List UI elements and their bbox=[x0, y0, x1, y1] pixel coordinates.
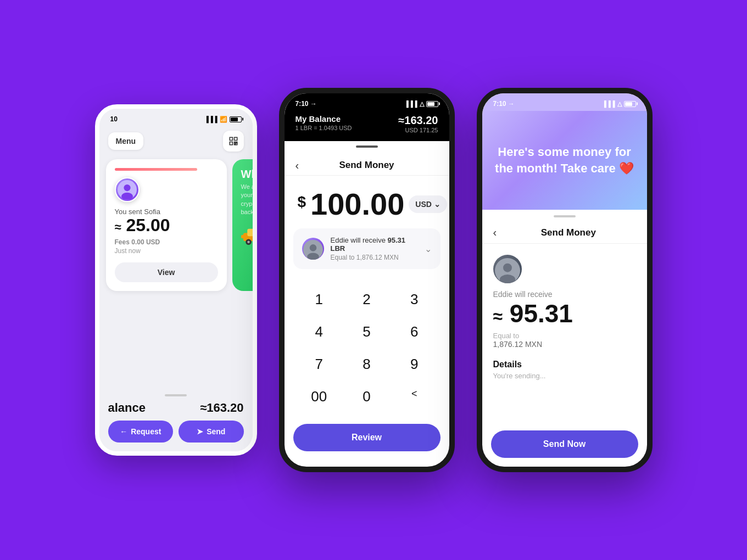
send-money-title-right: Send Money bbox=[501, 227, 635, 238]
key-backspace[interactable]: < bbox=[391, 380, 438, 413]
signal-icon: ▐▐▐ bbox=[204, 116, 217, 122]
amount-number: 100.00 bbox=[310, 189, 404, 220]
amount-display: $ 100.00 USD ⌄ bbox=[285, 176, 449, 228]
left-bottom: alance ≈163.20 ← Request ➤ Send bbox=[99, 384, 253, 451]
qr-button[interactable] bbox=[223, 131, 244, 152]
send-button[interactable]: ➤ Send bbox=[179, 421, 244, 443]
recipient-main: Eddie will receive 95.31 LBR bbox=[331, 236, 418, 253]
key-6[interactable]: 6 bbox=[391, 316, 438, 348]
fee-text: Fees 0.00 USD bbox=[115, 238, 218, 246]
review-button[interactable]: Review bbox=[293, 424, 441, 451]
left-cards: You sent Sofia ≈ 25.00 Fees 0.00 USD Jus… bbox=[99, 154, 253, 296]
key-2[interactable]: 2 bbox=[343, 283, 391, 316]
recipient-sub: Equal to 1,876.12 MXN bbox=[331, 254, 418, 261]
svg-rect-2 bbox=[230, 142, 232, 145]
status-bar-left: 10 ▐▐▐ 📶 bbox=[99, 109, 253, 126]
request-arrow-icon: ← bbox=[120, 427, 127, 436]
phone-right: 7:10 → ▐▐▐ △ Here's some money for the m… bbox=[477, 88, 653, 472]
balance-value-group: ≈163.20 USD 171.25 bbox=[398, 114, 438, 133]
battery-icon-c bbox=[426, 101, 438, 107]
balance-amount: ≈163.20 bbox=[200, 401, 243, 415]
wifi-icon-c: △ bbox=[420, 100, 424, 108]
svg-rect-6 bbox=[235, 143, 237, 145]
wifi-icon-r: △ bbox=[617, 100, 622, 108]
balance-usd: USD 171.25 bbox=[398, 127, 438, 133]
recipient-avatar bbox=[302, 238, 324, 260]
center-header: My Balance 1 LBR = 1.0493 USD ≈163.20 US… bbox=[285, 112, 449, 141]
details-sub: You're sending... bbox=[493, 372, 636, 380]
key-4[interactable]: 4 bbox=[296, 316, 343, 348]
right-content: Eddie will receive ≈ 95.31 Equal to 1,87… bbox=[482, 244, 647, 389]
phone-center: 7:10 → ▐▐▐ △ My Balance 1 LBR = 1.0493 U… bbox=[279, 88, 455, 472]
send-money-nav: ‹ Send Money bbox=[285, 154, 449, 176]
promo-text: We ayourcrypback bbox=[241, 183, 253, 217]
key-8[interactable]: 8 bbox=[343, 348, 391, 380]
receive-amount: ≈ 95.31 bbox=[493, 301, 636, 326]
balance-label: alance bbox=[108, 401, 146, 415]
balance-info: My Balance 1 LBR = 1.0493 USD bbox=[296, 114, 352, 131]
drag-indicator-center bbox=[356, 145, 378, 148]
recipient-info: Eddie will receive 95.31 LBR Equal to 1,… bbox=[331, 236, 418, 261]
wifi-icon: 📶 bbox=[220, 116, 227, 123]
request-button[interactable]: ← Request bbox=[108, 421, 174, 443]
promo-card: Wh We ayourcrypback bbox=[232, 159, 253, 291]
dollar-sign: $ bbox=[298, 193, 306, 211]
transaction-card: You sent Sofia ≈ 25.00 Fees 0.00 USD Jus… bbox=[106, 159, 227, 291]
tilde-icon: ≈ bbox=[115, 220, 121, 234]
header-content: My Balance 1 LBR = 1.0493 USD ≈163.20 US… bbox=[296, 112, 438, 133]
action-buttons: ← Request ➤ Send bbox=[108, 421, 244, 443]
note-header: Here's some money for the month! Take ca… bbox=[482, 111, 647, 210]
details-title: Details bbox=[493, 360, 636, 369]
chevron-down-icon-recipient: ⌄ bbox=[425, 244, 432, 254]
time-text: Just now bbox=[115, 247, 218, 255]
exchange-rate: 1 LBR = 1.0493 USD bbox=[296, 125, 352, 131]
time-left: 10 bbox=[110, 115, 118, 123]
numpad: 1 2 3 4 5 6 7 8 9 00 0 < bbox=[285, 278, 449, 418]
back-button-center[interactable]: ‹ bbox=[296, 159, 299, 172]
status-icons-right: ▐▐▐ △ bbox=[602, 100, 635, 108]
key-1[interactable]: 1 bbox=[296, 283, 343, 316]
svg-rect-16 bbox=[241, 235, 246, 238]
recipient-card[interactable]: Eddie will receive 95.31 LBR Equal to 1,… bbox=[293, 228, 441, 269]
status-icons-center: ▐▐▐ △ bbox=[404, 100, 438, 108]
left-nav: Menu bbox=[99, 126, 253, 154]
equal-value: 1,876.12 MXN bbox=[493, 340, 636, 349]
send-money-nav-right: ‹ Send Money bbox=[482, 221, 647, 244]
svg-point-22 bbox=[503, 264, 512, 272]
equal-to-label: Equal to bbox=[493, 332, 636, 340]
status-bar-center: 7:10 → ▐▐▐ △ bbox=[285, 93, 449, 112]
drag-indicator-right bbox=[554, 215, 576, 217]
status-icons-left: ▐▐▐ 📶 bbox=[204, 116, 241, 123]
key-00[interactable]: 00 bbox=[296, 380, 343, 413]
svg-rect-4 bbox=[236, 142, 237, 143]
currency-selector[interactable]: USD ⌄ bbox=[409, 195, 447, 213]
balance-main: ≈163.20 bbox=[398, 114, 438, 127]
signal-icon-r: ▐▐▐ bbox=[602, 100, 615, 107]
eddie-avatar bbox=[493, 255, 522, 283]
phone-left: 10 ▐▐▐ 📶 Menu bbox=[95, 104, 257, 456]
key-0[interactable]: 0 bbox=[343, 380, 391, 413]
time-right: 7:10 → bbox=[493, 100, 515, 108]
time-center: 7:10 → bbox=[296, 100, 317, 108]
chevron-down-icon: ⌄ bbox=[434, 200, 441, 209]
key-3[interactable]: 3 bbox=[391, 283, 438, 316]
send-now-button[interactable]: Send Now bbox=[491, 430, 638, 458]
tilde-receive: ≈ bbox=[493, 306, 503, 326]
drag-indicator bbox=[165, 394, 187, 396]
menu-button[interactable]: Menu bbox=[108, 132, 144, 150]
svg-point-8 bbox=[124, 184, 130, 191]
key-5[interactable]: 5 bbox=[343, 316, 391, 348]
key-7[interactable]: 7 bbox=[296, 348, 343, 380]
svg-rect-1 bbox=[234, 137, 237, 140]
send-arrow-icon: ➤ bbox=[197, 427, 203, 436]
back-button-right[interactable]: ‹ bbox=[493, 226, 497, 239]
svg-rect-0 bbox=[230, 137, 232, 140]
battery-icon-r bbox=[624, 101, 636, 107]
note-message: Here's some money for the month! Take ca… bbox=[493, 144, 636, 176]
key-9[interactable]: 9 bbox=[391, 348, 438, 380]
sofia-avatar bbox=[115, 177, 140, 202]
svg-point-19 bbox=[309, 244, 316, 251]
view-button[interactable]: View bbox=[115, 262, 218, 282]
balance-bar: alance ≈163.20 bbox=[108, 401, 244, 415]
card-accent-bar bbox=[115, 168, 197, 171]
